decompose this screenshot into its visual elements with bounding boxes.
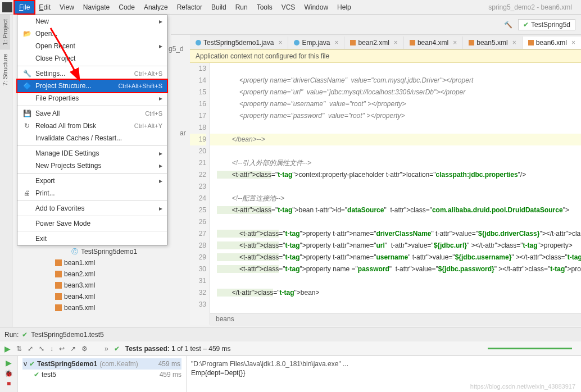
build-hammer-icon[interactable]: 🔨 [504, 21, 512, 29]
menu-edit[interactable]: EEditdit [34, 1, 55, 13]
filter-icon[interactable]: ↓ [50, 345, 53, 353]
menu-item-icon: 🔷 [22, 82, 32, 90]
menu-help[interactable]: Help [333, 1, 356, 13]
menu-analyze[interactable]: Analyze [139, 1, 173, 13]
menu-run[interactable]: Run [231, 1, 252, 13]
menu-item-file-properties[interactable]: File Properties▸ [17, 92, 167, 104]
editor-tab-label: Emp.java [302, 39, 330, 47]
tree-node[interactable]: bean3.xml [44, 280, 176, 291]
test-tree-root[interactable]: v ✔ TestSpring5demo1 (com.Keafm) 459 ms [22, 358, 181, 370]
menu-item-icon: 🔧 [22, 70, 32, 78]
side-tab-project[interactable]: 1: Project [0, 15, 10, 49]
chevron-right-icon: ▸ [159, 204, 162, 212]
code-line: </bean>--> [210, 134, 581, 145]
tree-node[interactable]: bean4.xml [44, 291, 176, 302]
expand-icon[interactable]: ⤢ [28, 345, 33, 353]
tree-node[interactable]: bean1.xml [44, 257, 176, 268]
collapse-icon[interactable]: ⤡ [39, 345, 44, 353]
editor-tab[interactable]: bean2.xml× [344, 37, 403, 49]
code-line [210, 122, 581, 134]
rerun-icon[interactable]: ▶ [4, 344, 11, 353]
menu-file[interactable]: File [15, 1, 34, 13]
menu-code[interactable]: Code [114, 1, 139, 13]
side-tab-structure[interactable]: 7: Structure [0, 49, 10, 90]
menu-item-reload-all-from-disk[interactable]: ↻Reload All from DiskCtrl+Alt+Y [17, 120, 167, 132]
menu-item-power-save-mode[interactable]: Power Save Mode [17, 217, 167, 230]
menu-item-settings-[interactable]: 🔧Settings...Ctrl+Alt+S [17, 67, 167, 80]
char-ar: ar [180, 129, 186, 137]
menu-item-project-structure-[interactable]: 🔷Project Structure...Ctrl+Alt+Shift+S [17, 80, 167, 92]
tree-node[interactable]: ⒸTestSpring5demo1 [44, 246, 176, 257]
run-toolwindow-header: Run: ✔ TestSpring5demo1.test5 [0, 327, 581, 341]
test-leaf-ms: 459 ms [160, 370, 181, 380]
menu-item-exit[interactable]: Exit [17, 233, 167, 245]
menu-item-label: Open... [35, 30, 162, 38]
console-line: "D:\Program Files\Java\jdk1.8.0_181\bin\… [191, 359, 577, 368]
line-number: 33 [190, 299, 206, 311]
code-line: <t-attr">class="t-tag">property t-attr">… [210, 240, 581, 252]
menu-item-new-projects-settings[interactable]: New Projects Settings▸ [17, 159, 167, 172]
test-root-ms: 459 ms [158, 359, 180, 369]
close-icon[interactable]: × [571, 39, 575, 47]
close-icon[interactable]: × [453, 39, 457, 47]
stop-icon[interactable]: ■ [7, 380, 11, 388]
warning-banner: Application context not configured for t… [190, 49, 581, 63]
line-number: 16 [190, 98, 206, 110]
close-icon[interactable]: × [334, 39, 338, 47]
line-number: 20 [190, 145, 206, 157]
play-icon[interactable]: ▶ [6, 358, 12, 367]
editor-tab[interactable]: Emp.java× [288, 37, 344, 49]
menu-build[interactable]: Build [207, 1, 231, 13]
tree-node[interactable]: bean5.xml [44, 302, 176, 313]
run-config-selector[interactable]: ✔ TestSpring5d [518, 19, 575, 30]
debug-icon[interactable]: 🐞 [4, 370, 13, 377]
code-line: <t-attr">class="t-tag">property t-attr">… [210, 252, 581, 263]
editor-tab[interactable]: bean6.xml× [523, 37, 581, 49]
menu-item-manage-ide-settings[interactable]: Manage IDE Settings▸ [17, 147, 167, 159]
menu-item-print-[interactable]: 🖨Print... [17, 187, 167, 199]
menu-navigate[interactable]: Navigate [79, 1, 114, 13]
code-line: <property name="password" value="root" >… [210, 110, 581, 122]
menu-item-label: Export [35, 177, 159, 185]
menu-item-export[interactable]: Export▸ [17, 175, 167, 187]
close-icon[interactable]: × [278, 39, 282, 47]
code-line: </t-attr">class="t-tag">bean> [210, 287, 581, 299]
editor-breadcrumb[interactable]: beans [210, 313, 581, 326]
editor-tab[interactable]: bean5.xml× [463, 37, 522, 49]
menu-tools[interactable]: Tools [252, 1, 277, 13]
close-icon[interactable]: × [394, 39, 398, 47]
editor-body[interactable]: <property name="driverClassName" value="… [210, 63, 581, 325]
gear-icon[interactable]: ⚙ [81, 345, 88, 353]
menu-item-add-to-favorites[interactable]: Add to Favorites▸ [17, 202, 167, 215]
code-line [210, 275, 581, 287]
tree-node[interactable]: bean2.xml [44, 268, 176, 280]
history-icon[interactable]: ↩ [59, 345, 65, 353]
editor-tab[interactable]: TestSpring5demo1.java× [190, 37, 288, 49]
menu-item-open-[interactable]: 📂Open... [17, 28, 167, 40]
menu-item-icon: 📂 [22, 30, 32, 38]
line-number: 19 [190, 134, 206, 145]
menu-item-open-recent[interactable]: Open Recent▸ [17, 40, 167, 52]
chevron-right-icon: ▸ [159, 162, 162, 170]
menu-view[interactable]: View [55, 1, 79, 13]
menu-item-close-project[interactable]: Close Project [17, 52, 167, 65]
test-tree[interactable]: v ✔ TestSpring5demo1 (com.Keafm) 459 ms … [18, 356, 187, 392]
menu-item-icon: 💾 [22, 110, 32, 117]
menu-item-invalidate-caches-restart-[interactable]: Invalidate Caches / Restart... [17, 132, 167, 144]
menu-window[interactable]: Window [299, 1, 333, 13]
menu-refactor[interactable]: Refactor [173, 1, 207, 13]
menu-item-label: Settings... [35, 70, 134, 78]
menu-item-save-all[interactable]: 💾Save AllCtrl+S [17, 107, 167, 120]
run-panel-sidebar: ▶ 🐞 ■ [0, 356, 18, 392]
editor-tab[interactable]: bean4.xml× [404, 37, 463, 49]
test-tree-leaf[interactable]: ✔ test5 459 ms [22, 370, 181, 380]
close-icon[interactable]: × [512, 39, 516, 47]
menu-item-label: Add to Favorites [35, 204, 159, 212]
run-label: Run: [4, 331, 19, 339]
menu-item-label: Power Save Mode [35, 220, 162, 227]
export-icon[interactable]: ↗ [70, 345, 76, 353]
line-number: 29 [190, 252, 206, 263]
menu-item-new[interactable]: New▸ [17, 15, 167, 28]
toggle-icon[interactable]: ⇅ [16, 345, 22, 353]
menu-vcs[interactable]: VCS [277, 1, 300, 13]
